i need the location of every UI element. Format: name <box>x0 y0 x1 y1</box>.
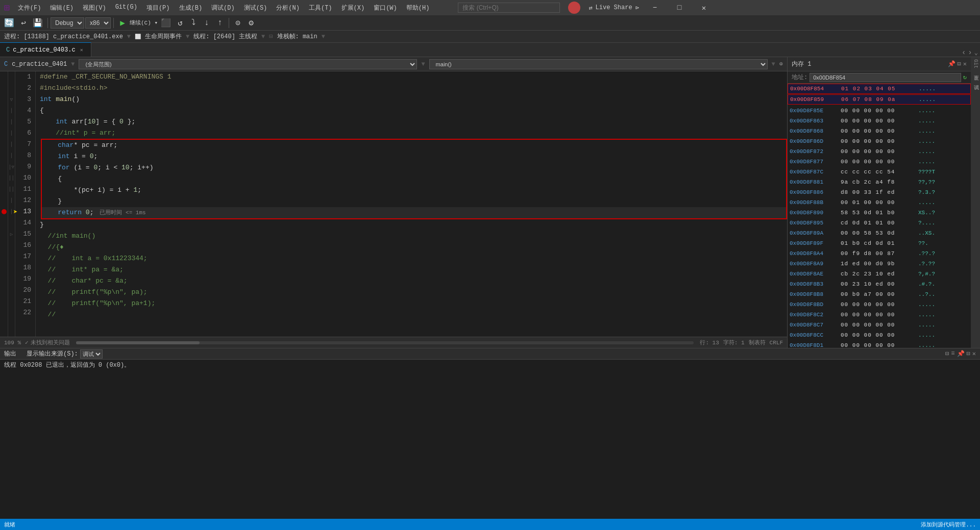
mem-row-13: 0x00D8F895 cd 0d 01 01 00 ?.... <box>788 218 971 228</box>
maximize-button[interactable]: □ <box>668 0 691 15</box>
settings-button[interactable]: ⚙ <box>245 17 257 29</box>
refresh-button[interactable]: ↻ <box>963 73 967 81</box>
user-avatar <box>568 2 580 14</box>
menu-ext[interactable]: 扩展(X) <box>337 3 369 13</box>
ln-6: 6 <box>19 128 31 139</box>
no-problems-label: 未找到相关问题 <box>31 339 70 346</box>
mem-row-22: 0x00D8F8C2 00 00 00 00 00 ..... <box>788 310 971 320</box>
main-content: C c_practice_0401 ▼ (全局范围) ▼ main() ▼ ⊕ <box>0 57 980 348</box>
tab-close-button[interactable]: ✕ <box>79 46 85 54</box>
minimize-button[interactable]: − <box>643 0 667 15</box>
output-close-button[interactable]: ✕ <box>972 350 976 358</box>
window-controls[interactable]: − □ ✕ <box>643 0 716 15</box>
ln-16: 16 <box>19 240 31 251</box>
mem-addr-25: 0x00D8F8D1 <box>790 342 839 348</box>
output-wrap-button[interactable]: ≡ <box>951 350 954 358</box>
menu-test[interactable]: 测试(S) <box>240 3 272 13</box>
new-file-button[interactable]: 🔄 <box>2 17 16 29</box>
close-button[interactable]: ✕ <box>692 0 716 15</box>
tab-scroll-right[interactable]: › <box>968 48 972 57</box>
platform-dropdown[interactable]: x86 <box>85 17 111 29</box>
breakpoint-button[interactable]: ⊙ <box>232 17 244 29</box>
stop-button[interactable]: ⬛ <box>159 17 173 29</box>
search-input[interactable] <box>458 3 560 13</box>
memory-close-button[interactable]: ✕ <box>963 60 967 68</box>
ln-15: 15 <box>19 229 31 240</box>
menu-file[interactable]: 文件(F) <box>14 3 45 13</box>
step-over-button[interactable]: ⤵ <box>187 17 200 29</box>
active-tab[interactable]: C c_practice_0403.c ✕ <box>0 42 91 57</box>
output-controls: ⊟ ≡ 📌 ⊟ ✕ <box>945 350 976 358</box>
fold-14 <box>8 217 15 229</box>
mem-addr-4: 0x00D8F868 <box>790 128 839 134</box>
symbol-dropdown[interactable]: main() <box>429 59 768 69</box>
step-out-button[interactable]: ↑ <box>214 17 226 29</box>
scroll-bar[interactable] <box>76 341 694 344</box>
tab-list-button[interactable]: ⌄ <box>974 49 978 57</box>
code-line-8: int i = 0; <box>42 151 786 162</box>
menu-project[interactable]: 项目(P) <box>142 3 174 13</box>
memory-table[interactable]: 0x00D8F854 01 02 03 04 05 ..... 0x00D8F8… <box>788 84 971 348</box>
fold-17 <box>8 251 15 262</box>
code-editor[interactable]: #define _CRT_SECURE_NO_WARNINGS 1 #inclu… <box>36 71 787 337</box>
bp-line-6 <box>0 128 8 139</box>
menu-analyze[interactable]: 分析(N) <box>272 3 304 13</box>
scope-dropdown[interactable]: (全局范围) <box>79 59 417 69</box>
git-changes-label[interactable]: Git 更改 <box>972 59 979 71</box>
ln-18: 18 <box>19 262 31 273</box>
memory-pin-button[interactable]: 📌 <box>948 60 955 68</box>
mem-addr-9: 0x00D8F881 <box>790 179 839 185</box>
mem-addr-24: 0x00D8F8CC <box>790 332 839 338</box>
code-line-11: *(pc+ i) = i + 1; <box>42 185 786 196</box>
output-dock-button[interactable]: ⊟ <box>967 350 970 358</box>
ln-1: 1 <box>19 71 31 83</box>
mem-addr-5: 0x00D8F86D <box>790 138 839 144</box>
menu-tools[interactable]: 工具(T) <box>305 3 336 13</box>
line-col: 行: 13 <box>700 339 719 346</box>
fold-12: │ <box>8 195 15 206</box>
menu-view[interactable]: 视图(V) <box>79 3 110 13</box>
output-pin-button[interactable]: 📌 <box>957 350 965 358</box>
editor-area: C c_practice_0401 ▼ (全局范围) ▼ main() ▼ ⊕ <box>0 57 787 348</box>
menu-help[interactable]: 帮助(H) <box>402 3 434 13</box>
menu-window[interactable]: 窗口(W) <box>370 3 401 13</box>
mem-bytes-4: 00 00 00 00 00 <box>841 128 916 134</box>
add-to-source-button[interactable]: 添加到源代码管理... <box>921 521 976 528</box>
tab-scroll-left[interactable]: ‹ <box>962 48 966 57</box>
mem-row-16: 0x00D8F8A4 00 f9 d8 00 87 .??.? <box>788 248 971 259</box>
mem-ascii-18: ?,#.? <box>918 271 935 277</box>
mem-row-3: 0x00D8F863 00 00 00 00 00 ..... <box>788 116 971 126</box>
mem-ascii-9: ??,?? <box>918 179 935 185</box>
output-clear-button[interactable]: ⊟ <box>945 350 949 358</box>
scroll-thumb[interactable] <box>76 341 200 344</box>
liveshare-area[interactable]: ⇄ Live Share ⊳ <box>589 4 639 12</box>
step-into-button[interactable]: ↓ <box>201 17 213 29</box>
line-ending: CRLF <box>770 340 783 346</box>
memory-dock-button[interactable]: ⊟ <box>958 60 961 68</box>
restart-button[interactable]: ↺ <box>174 17 186 29</box>
code-line-3: int main() <box>40 94 787 105</box>
ready-label[interactable]: 就绪 <box>4 521 15 528</box>
fold-4: │ <box>8 105 15 116</box>
menu-bar[interactable]: 文件(F) 编辑(E) 视图(V) Git(G) 项目(P) 生成(B) 调试(… <box>14 3 434 13</box>
play-button[interactable]: ▶ <box>116 17 129 29</box>
menu-git[interactable]: Git(G) <box>111 3 141 13</box>
breakpoint-gutter <box>0 71 8 337</box>
memory-address-bar: 地址: ↻ <box>788 71 971 84</box>
mem-ascii-10: ?.3.? <box>918 189 935 195</box>
menu-edit[interactable]: 编辑(E) <box>46 3 78 13</box>
mem-ascii-2: ..... <box>918 108 935 114</box>
undo-button[interactable]: ↩ <box>17 17 30 29</box>
config-dropdown[interactable]: Debug <box>51 17 84 29</box>
thread-label: 线程: [2640] 主线程 <box>193 32 257 41</box>
title-bar: ⊞ 文件(F) 编辑(E) 视图(V) Git(G) 项目(P) 生成(B) 调… <box>0 0 980 15</box>
output-source-select[interactable]: 调试 <box>80 349 103 359</box>
fold-13: │ <box>8 206 15 217</box>
mem-bytes-21: 00 00 00 00 00 <box>841 301 916 308</box>
menu-debug[interactable]: 调试(D) <box>207 3 239 13</box>
save-button[interactable]: 💾 <box>31 17 45 29</box>
address-input[interactable] <box>810 73 961 82</box>
menu-build[interactable]: 生成(B) <box>175 3 207 13</box>
mem-bytes-20: 00 b0 a7 00 00 <box>841 291 916 297</box>
split-editor-button[interactable]: ⊕ <box>779 60 783 68</box>
